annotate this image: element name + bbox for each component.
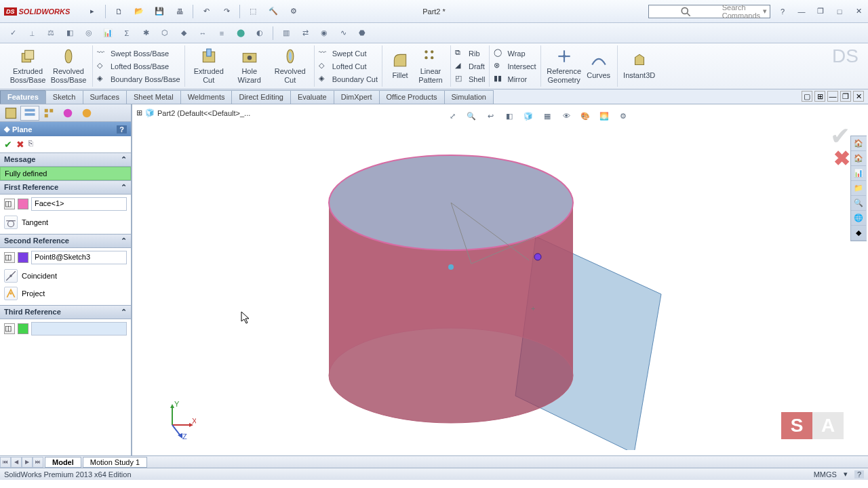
wrap-button[interactable]: ◯Wrap [494, 48, 536, 59]
ref1-selection-field[interactable]: Face<1> [31, 197, 127, 211]
mirror-button[interactable]: ▮▮Mirror [494, 74, 536, 85]
hole-wizard-button[interactable]: Hole Wizard [230, 47, 269, 85]
tab-dimxpert[interactable]: DimXpert [334, 90, 380, 104]
axis-triad[interactable]: Y X Z [155, 401, 196, 443]
status-units[interactable]: MMGS [814, 470, 837, 479]
rib-button[interactable]: ⧉Rib [455, 48, 485, 59]
resources-icon[interactable]: 🏠 [851, 136, 866, 151]
chevron-down-icon[interactable]: ▾ [763, 7, 767, 16]
boundary-boss-button[interactable]: ◈Boundary Boss/Base [97, 74, 180, 85]
file-explorer-icon[interactable]: 📊 [851, 166, 866, 181]
tab-model[interactable]: Model [45, 457, 81, 468]
tangent-option[interactable]: Tangent [4, 214, 127, 231]
viewport-split-icon[interactable]: ⊞ [814, 91, 825, 102]
options-button[interactable]: ⚙ [285, 3, 302, 20]
design-library-icon[interactable]: 🏠 [851, 151, 866, 166]
selection-icon[interactable]: ◫ [4, 199, 15, 209]
ref2-selection-field[interactable]: Point8@Sketch3 [31, 251, 127, 264]
tab-evaluate[interactable]: Evaluate [290, 90, 334, 104]
pm-message-header[interactable]: Message⌃ [0, 152, 131, 167]
minimize-button[interactable]: — [796, 6, 807, 17]
tab-sheet-metal[interactable]: Sheet Metal [126, 90, 181, 104]
tab-nav-next[interactable]: ▶ [22, 457, 33, 468]
confirm-cancel-corner[interactable]: ✖ [833, 146, 850, 170]
extruded-cut-button[interactable]: Extruded Cut [189, 47, 229, 85]
import-diag-icon[interactable]: ◆ [176, 26, 191, 41]
draft-button[interactable]: ◢Draft [455, 61, 485, 72]
pm-first-ref-header[interactable]: First Reference⌃ [0, 180, 131, 195]
measure-icon[interactable]: ⟂ [24, 26, 39, 41]
dropdown-icon[interactable]: ▸ [83, 3, 101, 20]
pm-pushpin-button[interactable]: ⎘ [28, 139, 33, 150]
print-button[interactable]: 🖶 [171, 3, 189, 20]
tab-office-products[interactable]: Office Products [379, 90, 445, 104]
save-button[interactable]: 💾 [151, 3, 168, 20]
pm-cancel-button[interactable]: ✖ [16, 139, 24, 150]
tab-features[interactable]: Features [0, 90, 46, 104]
curves-button[interactable]: Curves [585, 47, 613, 85]
pm-tab-feature-tree[interactable] [1, 106, 20, 121]
tab-nav-last[interactable]: ⏭ [33, 457, 43, 468]
viewport-close-icon[interactable]: ✕ [853, 91, 864, 102]
redo-button[interactable]: ↷ [218, 3, 235, 20]
equations-icon[interactable]: Σ [119, 26, 134, 41]
curvature-icon[interactable]: ⬤ [233, 26, 248, 41]
check-icon[interactable]: ✱ [138, 26, 153, 41]
appearances-icon[interactable]: 🔍 [851, 196, 866, 211]
view-palette-icon[interactable]: 📁 [851, 181, 866, 196]
deviation-icon[interactable]: ↔ [195, 26, 210, 41]
flow-icon[interactable]: ∿ [336, 26, 351, 41]
project-option[interactable]: Project [4, 285, 127, 302]
pm-tab-dimxpert[interactable] [58, 106, 77, 121]
coincident-option[interactable]: Coincident [4, 267, 127, 285]
viewport-minimize-icon[interactable]: — [827, 91, 838, 102]
dfm-icon[interactable]: ⬣ [355, 26, 370, 41]
linear-pattern-button[interactable]: Linear Pattern [415, 47, 446, 85]
tab-direct-editing[interactable]: Direct Editing [231, 90, 290, 104]
reference-geometry-button[interactable]: Reference Geometry [545, 47, 583, 85]
ref3-selection-field[interactable] [31, 322, 127, 336]
tab-simulation[interactable]: Simulation [444, 90, 494, 104]
search-commands-input[interactable]: Search Commands ▾ [648, 5, 770, 18]
selection-icon[interactable]: ◫ [4, 252, 15, 263]
compare-icon[interactable]: ⇄ [298, 26, 313, 41]
tab-surfaces[interactable]: Surfaces [83, 90, 127, 104]
pm-tab-display[interactable] [77, 106, 96, 121]
tab-motion-study-1[interactable]: Motion Study 1 [83, 457, 147, 468]
new-button[interactable]: 🗋 [110, 3, 127, 20]
mass-props-icon[interactable]: ⚖ [43, 26, 58, 41]
intersect-button[interactable]: ⊗Intersect [494, 61, 536, 72]
zebra-icon[interactable]: ≡ [214, 26, 229, 41]
selection-icon[interactable]: ◫ [4, 323, 15, 334]
pm-tab-property-manager[interactable] [20, 106, 39, 121]
viewport-maximize-icon[interactable]: ❐ [840, 91, 851, 102]
swept-cut-button[interactable]: 〰Swept Cut [319, 48, 378, 59]
tab-sketch[interactable]: Sketch [45, 90, 83, 104]
boundary-cut-button[interactable]: ◈Boundary Cut [319, 74, 378, 85]
sensor-icon[interactable]: ◎ [81, 26, 96, 41]
draft-analysis-icon[interactable]: ◐ [252, 26, 267, 41]
lofted-cut-button[interactable]: ◇Lofted Cut [319, 61, 378, 72]
open-button[interactable]: 📂 [130, 3, 148, 20]
fillet-button[interactable]: Fillet [387, 47, 414, 85]
revolved-cut-button[interactable]: Revolved Cut [271, 47, 310, 85]
custom-props-icon[interactable]: 🌐 [851, 211, 866, 226]
forum-icon[interactable]: ◆ [851, 226, 866, 241]
instant3d-button[interactable]: Instant3D [622, 52, 657, 80]
thickness-icon[interactable]: ▥ [279, 26, 294, 41]
geometry-analysis-icon[interactable]: ⬡ [157, 26, 172, 41]
pm-tab-configuration[interactable] [39, 106, 58, 121]
extruded-boss-button[interactable]: Extruded Boss/Base [8, 47, 47, 85]
spell-check-icon[interactable]: ✓ [5, 26, 20, 41]
sketch-point[interactable] [534, 253, 541, 260]
tab-nav-first[interactable]: ⏮ [0, 457, 11, 468]
statistics-icon[interactable]: 📊 [100, 26, 115, 41]
maximize-button[interactable]: □ [834, 6, 845, 17]
help-button[interactable]: ? [777, 6, 788, 17]
rebuild-button[interactable]: 🔨 [264, 3, 282, 20]
lofted-boss-button[interactable]: ◇Lofted Boss/Base [97, 61, 180, 72]
tab-nav-prev[interactable]: ◀ [11, 457, 22, 468]
pm-third-ref-header[interactable]: Third Reference⌃ [0, 305, 131, 319]
status-help-icon[interactable]: ? [854, 470, 864, 479]
close-button[interactable]: ✕ [853, 6, 864, 17]
